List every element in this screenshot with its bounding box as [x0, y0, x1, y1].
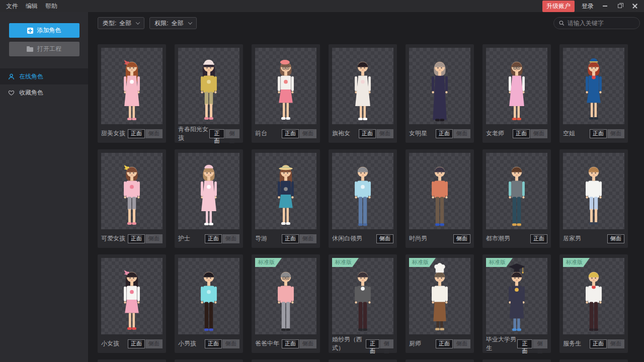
open-project-label: 打开工程 — [37, 45, 61, 53]
character-card[interactable]: 旗袍女正面侧面 — [329, 44, 397, 143]
character-card[interactable]: 小女孩正面侧面 — [98, 254, 166, 353]
menu-file[interactable]: 文件 — [6, 2, 18, 11]
side-view-button[interactable]: 侧面 — [222, 339, 239, 348]
search-input[interactable] — [568, 20, 634, 27]
menu-help[interactable]: 帮助 — [45, 2, 57, 11]
character-card[interactable]: 标准版厨师正面侧面 — [406, 254, 474, 353]
character-card[interactable]: 女老师正面侧面 — [482, 44, 551, 143]
side-view-button[interactable]: 侧面 — [607, 234, 624, 243]
character-thumbnail[interactable] — [178, 258, 239, 334]
front-view-button[interactable]: 正面 — [517, 339, 532, 348]
character-thumbnail[interactable] — [332, 153, 393, 229]
front-view-button[interactable]: 正面 — [436, 129, 453, 138]
front-view-button[interactable]: 正面 — [128, 339, 145, 348]
side-view-button[interactable]: 侧面 — [607, 129, 624, 138]
character-thumbnail[interactable] — [409, 48, 470, 124]
character-card[interactable]: 时尚男侧面 — [406, 149, 474, 248]
front-view-button[interactable]: 正面 — [205, 339, 222, 348]
sidebar-item-online-characters[interactable]: 在线角色 — [0, 68, 88, 84]
side-view-button[interactable]: 侧面 — [145, 129, 163, 138]
character-card — [252, 359, 320, 362]
character-card[interactable]: 空姐正面侧面 — [559, 44, 628, 143]
character-card[interactable]: 标准版爸爸中年正面侧面 — [252, 254, 320, 353]
character-thumbnail[interactable]: 标准版 — [409, 258, 470, 334]
character-card[interactable]: 休闲白领男侧面 — [329, 149, 397, 248]
close-button[interactable] — [631, 2, 639, 10]
character-card — [482, 359, 551, 362]
filter-type-dropdown[interactable]: 类型: 全部 — [98, 17, 144, 29]
character-thumbnail[interactable]: 标准版 — [255, 258, 316, 334]
character-thumbnail[interactable] — [255, 48, 316, 124]
front-view-button[interactable]: 正面 — [359, 129, 376, 138]
character-card[interactable]: 小男孩正面侧面 — [175, 254, 243, 353]
character-thumbnail[interactable] — [178, 153, 239, 229]
character-card[interactable]: 甜美女孩正面侧面 — [98, 44, 166, 143]
side-view-button[interactable]: 侧面 — [225, 129, 239, 138]
front-view-button[interactable]: 正面 — [205, 234, 222, 243]
character-card[interactable]: 前台正面侧面 — [252, 44, 320, 143]
character-card[interactable]: 青春阳光女孩正面侧面 — [175, 44, 243, 143]
front-view-button[interactable]: 正面 — [282, 129, 299, 138]
front-view-button[interactable]: 正面 — [128, 234, 145, 243]
menu-edit[interactable]: 编辑 — [26, 2, 38, 11]
front-view-button[interactable]: 正面 — [128, 129, 145, 138]
character-thumbnail[interactable] — [178, 48, 239, 124]
side-view-button[interactable]: 侧面 — [607, 339, 624, 348]
character-thumbnail[interactable] — [486, 48, 547, 124]
add-character-button[interactable]: 添加角色 — [9, 23, 79, 38]
character-card[interactable]: 女明星正面侧面 — [406, 44, 474, 143]
character-card[interactable]: 标准版服务生正面侧面 — [559, 254, 628, 353]
character-thumbnail[interactable] — [332, 48, 393, 124]
filter-permission-dropdown[interactable]: 权限: 全部 — [149, 17, 196, 29]
front-view-button[interactable]: 正面 — [282, 234, 299, 243]
side-view-button[interactable]: 侧面 — [299, 339, 316, 348]
character-thumbnail[interactable] — [563, 48, 624, 124]
side-view-button[interactable]: 侧面 — [376, 129, 393, 138]
character-thumbnail[interactable]: 标准版 — [486, 258, 547, 334]
character-card[interactable]: 居家男侧面 — [559, 149, 628, 248]
side-view-button[interactable]: 侧面 — [530, 129, 547, 138]
side-view-button[interactable]: 侧面 — [222, 234, 239, 243]
character-thumbnail[interactable] — [486, 153, 547, 229]
front-view-button[interactable]: 正面 — [590, 129, 607, 138]
side-view-button[interactable]: 侧面 — [299, 234, 316, 243]
minimize-button[interactable] — [601, 2, 609, 10]
side-view-button[interactable]: 侧面 — [380, 339, 393, 348]
character-card[interactable]: 都市潮男正面 — [482, 149, 551, 248]
character-thumbnail[interactable] — [101, 48, 163, 124]
character-name: 女老师 — [486, 129, 504, 138]
character-thumbnail[interactable] — [563, 153, 624, 229]
side-view-button[interactable]: 侧面 — [453, 129, 470, 138]
character-card[interactable]: 护士正面侧面 — [175, 149, 243, 248]
front-view-button[interactable]: 正面 — [590, 339, 607, 348]
character-card[interactable]: 导游正面侧面 — [252, 149, 320, 248]
character-card[interactable]: 标准版婚纱男（西式）正面侧面 — [329, 254, 397, 353]
side-view-button[interactable]: 侧面 — [533, 339, 547, 348]
front-view-button[interactable]: 正面 — [366, 339, 379, 348]
front-view-button[interactable]: 正面 — [282, 339, 299, 348]
upgrade-account-button[interactable]: 升级账户 — [542, 1, 575, 12]
front-view-button[interactable]: 正面 — [436, 339, 453, 348]
side-view-button[interactable]: 侧面 — [299, 129, 316, 138]
character-thumbnail[interactable] — [255, 153, 316, 229]
character-thumbnail[interactable] — [101, 153, 163, 229]
character-thumbnail[interactable] — [409, 153, 470, 229]
search-box[interactable] — [553, 17, 640, 29]
character-thumbnail[interactable]: 标准版 — [563, 258, 624, 334]
sidebar-item-favorite-characters[interactable]: 收藏角色 — [0, 84, 88, 101]
login-button[interactable]: 登录 — [582, 2, 594, 11]
character-card[interactable]: 标准版毕业大学男生正面侧面 — [482, 254, 551, 353]
character-card[interactable]: 可爱女孩正面侧面 — [98, 149, 166, 248]
side-view-button[interactable]: 侧面 — [145, 234, 163, 243]
front-view-button[interactable]: 正面 — [530, 234, 547, 243]
side-view-button[interactable]: 侧面 — [453, 234, 470, 243]
front-view-button[interactable]: 正面 — [209, 129, 224, 138]
restore-button[interactable] — [616, 2, 624, 10]
open-project-button[interactable]: 打开工程 — [9, 42, 79, 56]
side-view-button[interactable]: 侧面 — [376, 234, 393, 243]
character-thumbnail[interactable] — [101, 258, 163, 334]
side-view-button[interactable]: 侧面 — [453, 339, 470, 348]
side-view-button[interactable]: 侧面 — [145, 339, 163, 348]
front-view-button[interactable]: 正面 — [513, 129, 530, 138]
character-thumbnail[interactable]: 标准版 — [332, 258, 393, 334]
